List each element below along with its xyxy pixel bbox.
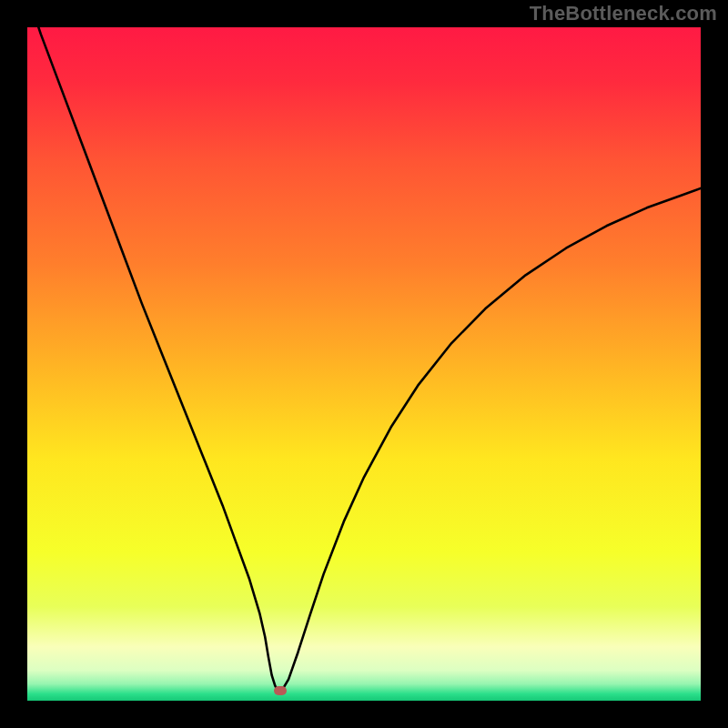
bottleneck-curve [27,27,701,701]
optimal-point-marker [274,686,287,695]
plot-area [27,27,701,701]
watermark-text: TheBottleneck.com [530,2,717,25]
chart-frame: TheBottleneck.com [0,0,728,728]
